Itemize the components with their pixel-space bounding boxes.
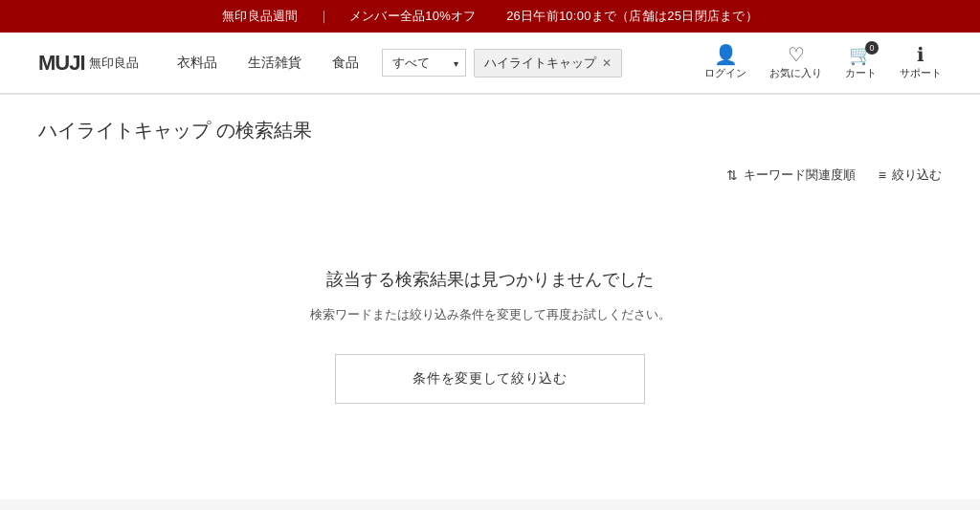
announcement-separator: ｜: [318, 9, 330, 23]
announcement-brand: 無印良品週間: [222, 9, 299, 23]
search-tag-text: ハイライトキャップ: [484, 55, 596, 72]
cart-count-badge: 0: [865, 41, 879, 55]
logo[interactable]: MUJI 無印良品: [38, 51, 139, 76]
no-results-section: 該当する検索結果は見つかりませんでした 検索ワードまたは絞り込み条件を変更して再…: [38, 230, 942, 461]
sort-button[interactable]: ⇅ キーワード関連度順: [726, 166, 856, 184]
support-icon: ℹ: [917, 45, 924, 64]
favorites-icon: ♡: [788, 45, 805, 64]
login-icon: 👤: [714, 45, 738, 64]
nav-item-food[interactable]: 食品: [332, 55, 359, 72]
filter-icon: ≡: [879, 167, 886, 183]
main-content: ハイライトキャップ の検索結果 ⇅ キーワード関連度順 ≡ 絞り込む 該当する検…: [0, 95, 980, 499]
search-result-title: ハイライトキャップ の検索結果: [38, 118, 942, 144]
search-category-select[interactable]: すべて 衣料品 生活雑貨 食品: [382, 49, 466, 77]
sort-icon: ⇅: [726, 167, 738, 183]
announcement-bar: 無印良品週間 ｜ メンバー全品10%オフ 26日午前10:00まで（店舗は25日…: [0, 0, 980, 33]
main-nav: 衣料品 生活雑貨 食品: [177, 55, 359, 72]
search-tag: ハイライトキャップ ✕: [474, 49, 622, 78]
no-results-title: 該当する検索結果は見つかりませんでした: [57, 268, 923, 291]
header-actions: 👤 ログイン ♡ お気に入り 🛒 0 カート ℹ サポート: [704, 45, 942, 80]
search-tag-close-icon[interactable]: ✕: [602, 56, 612, 70]
search-term: ハイライトキャップ: [38, 120, 211, 141]
announcement-promo: メンバー全品10%オフ: [349, 9, 477, 23]
nav-item-household[interactable]: 生活雑貨: [248, 55, 301, 72]
filter-button[interactable]: ≡ 絞り込む: [879, 166, 942, 184]
support-label: サポート: [900, 66, 942, 80]
logo-jp-text: 無印良品: [89, 55, 139, 72]
announcement-detail: 26日午前10:00まで（店舗は25日閉店まで）: [506, 9, 758, 23]
favorites-label: お気に入り: [769, 66, 822, 80]
header: MUJI 無印良品 衣料品 生活雑貨 食品 すべて 衣料品 生活雑貨 食品 ハイ…: [0, 33, 980, 94]
search-bar: すべて 衣料品 生活雑貨 食品 ハイライトキャップ ✕: [382, 49, 704, 78]
nav-item-clothing[interactable]: 衣料品: [177, 55, 217, 72]
filter-label: 絞り込む: [892, 166, 942, 184]
cart-label: カート: [845, 66, 877, 80]
search-category-wrapper: すべて 衣料品 生活雑貨 食品: [382, 49, 466, 77]
search-result-suffix: の検索結果: [211, 120, 312, 141]
login-label: ログイン: [704, 66, 746, 80]
refine-conditions-button[interactable]: 条件を変更して絞り込む: [335, 354, 645, 404]
support-action[interactable]: ℹ サポート: [900, 45, 942, 80]
sort-filter-bar: ⇅ キーワード関連度順 ≡ 絞り込む: [38, 166, 942, 199]
login-action[interactable]: 👤 ログイン: [704, 45, 746, 80]
footer: MUJI 無印良品 店舗情報 イベント ローカルニッポン 無印良品の家: [0, 499, 980, 510]
favorites-action[interactable]: ♡ お気に入り: [769, 45, 822, 80]
sort-label: キーワード関連度順: [744, 166, 856, 184]
logo-muji-text: MUJI: [38, 51, 85, 76]
cart-action[interactable]: 🛒 0 カート: [845, 45, 877, 80]
cart-icon-wrapper: 🛒 0: [849, 45, 873, 64]
no-results-subtitle: 検索ワードまたは絞り込み条件を変更して再度お試しください。: [57, 306, 923, 323]
